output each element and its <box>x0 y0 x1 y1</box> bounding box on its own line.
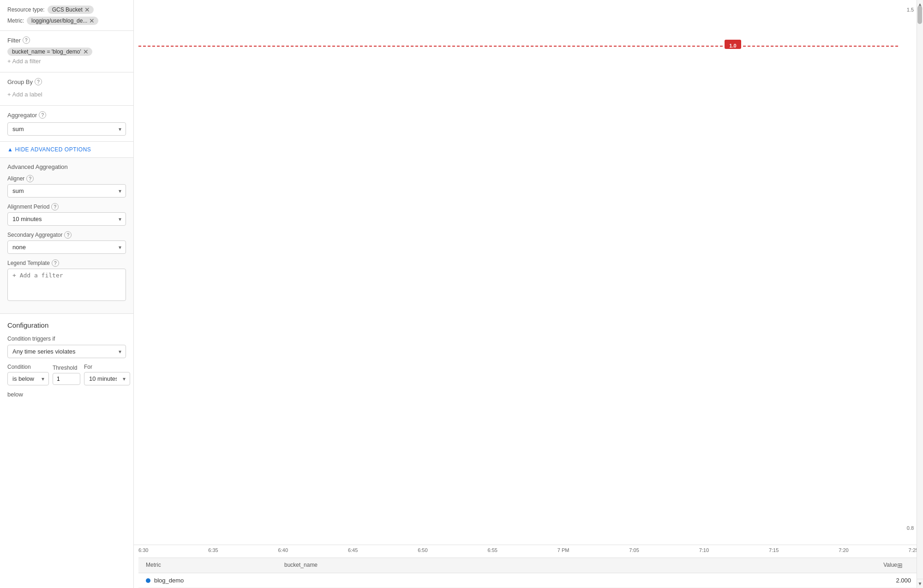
metric-label: Metric: <box>7 18 24 24</box>
table-row: blog_demo 2.000 <box>138 573 918 588</box>
metric-chip[interactable]: logging/user/blog_de... ✕ <box>27 17 98 25</box>
metric-cell: blog_demo <box>146 577 284 584</box>
svg-text:1.0: 1.0 <box>729 43 736 48</box>
aligner-select[interactable]: sum mean min max <box>7 184 126 198</box>
time-label-5: 6:55 <box>487 547 497 553</box>
scrollbar-track: ▲ ▼ <box>917 0 923 588</box>
filter-chip-value: bucket_name = 'blog_demo' <box>12 48 81 55</box>
alignment-period-field-group: Alignment Period ? 1 minute 5 minutes 10… <box>7 203 126 226</box>
grid-icon[interactable]: ⊞ <box>897 562 903 569</box>
threshold-input[interactable] <box>53 373 80 385</box>
right-panel: 1.5 0.8 1.0 6:30 6:35 6:40 6:45 6:50 6:5… <box>134 0 923 588</box>
time-label-0: 6:30 <box>138 547 148 553</box>
legend-template-help-icon[interactable]: ? <box>52 259 59 267</box>
y-label-bottom: 0.8 <box>907 525 914 531</box>
aggregator-label: Aggregator ? <box>7 111 126 119</box>
legend-template-field-group: Legend Template ? <box>7 259 126 302</box>
column-value: Value <box>851 562 897 569</box>
filter-chip-close[interactable]: ✕ <box>83 48 89 55</box>
hide-advanced-label: HIDE ADVANCED OPTIONS <box>15 146 91 153</box>
condition-triggers-label: Condition triggers if <box>7 336 126 342</box>
alignment-period-help-icon[interactable]: ? <box>51 203 59 210</box>
chart-svg: 1.0 <box>138 9 918 102</box>
metric-chip-close[interactable]: ✕ <box>89 18 95 24</box>
group-by-label: Group By ? <box>7 78 126 85</box>
condition-row: Condition is below is above Threshold Fo… <box>7 364 126 385</box>
advanced-section: Advanced Aggregation Aligner ? sum mean … <box>0 158 133 314</box>
resource-type-label: Resource type: <box>7 6 45 13</box>
aggregator-help-icon[interactable]: ? <box>39 111 46 119</box>
group-by-add-label[interactable]: + Add a label <box>7 89 126 100</box>
hide-advanced-button[interactable]: ▲ HIDE ADVANCED OPTIONS <box>0 142 133 158</box>
filter-chips: bucket_name = 'blog_demo' ✕ <box>7 48 126 56</box>
time-label-3: 6:45 <box>348 547 358 553</box>
resource-type-chip-close[interactable]: ✕ <box>84 6 90 13</box>
configuration-title: Configuration <box>7 321 126 329</box>
time-label-7: 7:05 <box>629 547 639 553</box>
time-label-4: 6:50 <box>418 547 427 553</box>
filter-section: Filter ? bucket_name = 'blog_demo' ✕ + A… <box>0 31 133 72</box>
threshold-field: Threshold <box>53 365 80 385</box>
condition-select-wrapper: is below is above <box>7 372 49 385</box>
aggregator-select-wrapper: sum mean min max count <box>7 122 126 136</box>
resource-type-chip[interactable]: GCS Bucket ✕ <box>48 6 94 14</box>
column-metric: Metric <box>146 562 284 569</box>
aligner-help-icon[interactable]: ? <box>26 175 34 182</box>
secondary-aggregator-select[interactable]: none sum mean min max <box>7 240 126 254</box>
time-axis: 6:30 6:35 6:40 6:45 6:50 6:55 7 PM 7:05 … <box>134 545 923 558</box>
for-select-wrapper: 1 minute 5 minutes 10 minutes 1 hour <box>84 372 130 385</box>
alignment-period-label: Alignment Period ? <box>7 203 126 210</box>
below-label: below <box>7 391 126 398</box>
secondary-aggregator-field-group: Secondary Aggregator ? none sum mean min… <box>7 231 126 254</box>
filter-add[interactable]: + Add a filter <box>7 56 126 66</box>
scroll-arrow-down[interactable]: ▼ <box>917 579 923 588</box>
alignment-period-select-wrapper: 1 minute 5 minutes 10 minutes 1 hour <box>7 212 126 226</box>
time-label-1: 6:35 <box>208 547 218 553</box>
resource-row: Resource type: GCS Bucket ✕ <box>7 6 126 14</box>
time-label-10: 7:20 <box>839 547 848 553</box>
for-field: For 1 minute 5 minutes 10 minutes 1 hour <box>84 364 130 385</box>
aggregator-section: Aggregator ? sum mean min max count <box>0 106 133 142</box>
for-select[interactable]: 1 minute 5 minutes 10 minutes 1 hour <box>84 372 130 385</box>
table-header: Metric bucket_name Value ⊞ <box>138 558 918 573</box>
time-label-9: 7:15 <box>769 547 779 553</box>
condition-triggers-select[interactable]: Any time series violates All time series… <box>7 345 126 358</box>
filter-help-icon[interactable]: ? <box>23 36 30 44</box>
metric-chip-value: logging/user/blog_de... <box>31 18 87 24</box>
scrollbar-thumb[interactable] <box>917 6 922 24</box>
column-icon: ⊞ <box>897 562 911 569</box>
resource-type-chip-value: GCS Bucket <box>52 6 83 13</box>
secondary-aggregator-label: Secondary Aggregator ? <box>7 231 126 239</box>
y-label-top: 1.5 <box>907 7 914 12</box>
aligner-label: Aligner ? <box>7 175 126 182</box>
aligner-field-group: Aligner ? sum mean min max <box>7 175 126 198</box>
filter-chip[interactable]: bucket_name = 'blog_demo' ✕ <box>7 48 92 56</box>
filter-label: Filter ? <box>7 36 126 44</box>
dot-blue-icon <box>146 578 150 583</box>
legend-template-label: Legend Template ? <box>7 259 126 267</box>
column-bucket: bucket_name <box>284 562 851 569</box>
advanced-title: Advanced Aggregation <box>7 163 126 170</box>
time-label-6: 7 PM <box>557 547 569 553</box>
aligner-select-wrapper: sum mean min max <box>7 184 126 198</box>
condition-label: Condition is below is above <box>7 364 49 385</box>
condition-select[interactable]: is below is above <box>7 372 49 385</box>
time-label-2: 6:40 <box>278 547 288 553</box>
time-label-8: 7:10 <box>699 547 709 553</box>
aggregator-select[interactable]: sum mean min max count <box>7 122 126 136</box>
alignment-period-select[interactable]: 1 minute 5 minutes 10 minutes 1 hour <box>7 212 126 226</box>
chevron-up-icon: ▲ <box>7 146 13 153</box>
secondary-aggregator-select-wrapper: none sum mean min max <box>7 240 126 254</box>
group-by-section: Group By ? + Add a label <box>0 72 133 106</box>
secondary-aggregator-help-icon[interactable]: ? <box>64 231 72 239</box>
chart-area: 1.5 0.8 1.0 <box>134 0 923 545</box>
condition-triggers-select-wrapper: Any time series violates All time series… <box>7 345 126 358</box>
legend-template-input[interactable] <box>7 269 126 301</box>
data-table: Metric bucket_name Value ⊞ blog_demo 2.0… <box>138 558 918 588</box>
metric-row: Metric: logging/user/blog_de... ✕ <box>7 17 126 25</box>
metric-value: blog_demo <box>154 577 184 584</box>
left-panel: Resource type: GCS Bucket ✕ Metric: logg… <box>0 0 134 588</box>
value-cell: 2.000 <box>865 577 911 584</box>
configuration-section: Configuration Condition triggers if Any … <box>0 314 133 405</box>
group-by-help-icon[interactable]: ? <box>35 78 42 85</box>
